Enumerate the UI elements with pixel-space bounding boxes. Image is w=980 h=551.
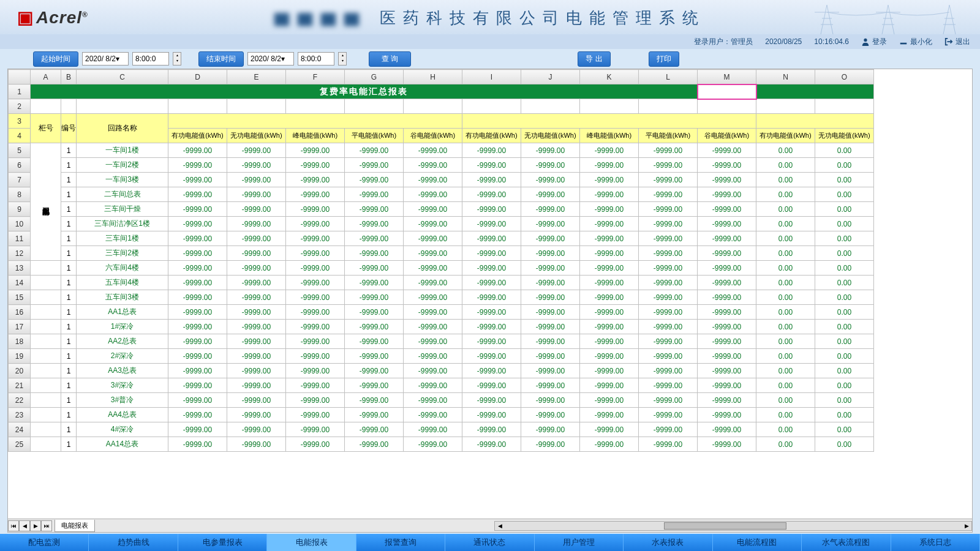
data-cell[interactable]: -9999.00 [639,364,698,378]
row-num[interactable]: 18 [9,334,31,349]
data-cell[interactable]: -9999.00 [580,437,639,452]
data-cell[interactable]: -9999.00 [698,422,756,437]
data-cell[interactable]: -9999.00 [580,246,639,261]
data-cell[interactable]: -9999.00 [698,173,756,187]
data-cell[interactable]: -9999.00 [345,364,404,378]
data-cell[interactable]: -9999.00 [639,217,698,231]
data-cell[interactable]: -9999.00 [227,276,286,290]
row-num[interactable]: 21 [9,378,31,393]
data-cell[interactable]: -9999.00 [639,143,698,158]
data-cell[interactable]: -9999.00 [698,290,756,305]
nav-8[interactable]: 电能流程图 [713,534,802,551]
data-cell[interactable]: -9999.00 [227,364,286,378]
data-cell[interactable]: 0.00 [815,349,874,364]
data-cell[interactable]: -9999.00 [404,422,462,437]
data-cell[interactable]: -9999.00 [698,187,756,202]
data-cell[interactable]: -9999.00 [521,202,580,217]
nav-6[interactable]: 用户管理 [535,534,624,551]
nav-9[interactable]: 水气表流程图 [802,534,891,551]
data-cell[interactable]: -9999.00 [227,334,286,349]
data-cell[interactable]: -9999.00 [286,202,345,217]
data-cell[interactable]: -9999.00 [227,173,286,187]
data-cell[interactable]: -9999.00 [345,437,404,452]
data-cell[interactable]: -9999.00 [462,378,521,393]
data-cell[interactable]: -9999.00 [521,173,580,187]
row-num[interactable]: 17 [9,320,31,334]
nav-1[interactable]: 趋势曲线 [89,534,178,551]
data-cell[interactable]: -9999.00 [404,246,462,261]
row-num[interactable]: 25 [9,437,31,452]
data-cell[interactable]: -9999.00 [639,276,698,290]
data-cell[interactable]: -9999.00 [698,305,756,320]
data-cell[interactable]: -9999.00 [345,408,404,422]
data-cell[interactable]: -9999.00 [521,143,580,158]
data-cell[interactable]: -9999.00 [639,408,698,422]
data-cell[interactable]: -9999.00 [168,378,227,393]
query-button[interactable]: 查 询 [369,51,411,67]
data-cell[interactable]: -9999.00 [639,158,698,173]
data-cell[interactable]: -9999.00 [345,305,404,320]
data-cell[interactable]: -9999.00 [168,143,227,158]
data-cell[interactable]: -9999.00 [462,202,521,217]
data-cell[interactable]: -9999.00 [286,364,345,378]
sheet-nav-first[interactable]: ⏮ [8,520,19,531]
data-cell[interactable]: -9999.00 [345,276,404,290]
data-cell[interactable]: 0.00 [756,231,815,246]
data-cell[interactable]: -9999.00 [580,408,639,422]
data-cell[interactable]: -9999.00 [580,158,639,173]
data-cell[interactable]: 0.00 [756,143,815,158]
data-cell[interactable]: 0.00 [756,246,815,261]
data-cell[interactable]: -9999.00 [462,349,521,364]
data-cell[interactable]: -9999.00 [227,305,286,320]
col-header-B[interactable]: B [61,70,77,84]
grid-scroll[interactable]: ABCDEFGHIJKLMNO1复费率电能汇总报表23柜号编号回路名称4有功电能… [8,69,972,519]
corner-cell[interactable] [9,70,31,84]
data-cell[interactable]: -9999.00 [580,334,639,349]
data-cell[interactable]: -9999.00 [462,334,521,349]
sheet-nav-next[interactable]: ▶ [30,520,41,531]
data-cell[interactable]: -9999.00 [404,276,462,290]
data-cell[interactable]: -9999.00 [521,334,580,349]
horizontal-scrollbar[interactable]: ◀▶ [494,521,972,531]
data-cell[interactable]: -9999.00 [521,276,580,290]
data-cell[interactable]: -9999.00 [286,422,345,437]
data-cell[interactable]: 0.00 [756,349,815,364]
data-cell[interactable]: -9999.00 [286,408,345,422]
data-cell[interactable]: 0.00 [815,305,874,320]
data-cell[interactable]: -9999.00 [227,231,286,246]
data-cell[interactable]: 0.00 [815,231,874,246]
data-cell[interactable]: 0.00 [756,408,815,422]
data-cell[interactable]: -9999.00 [286,305,345,320]
data-cell[interactable]: -9999.00 [345,231,404,246]
nav-7[interactable]: 水表报表 [624,534,712,551]
data-cell[interactable]: -9999.00 [286,173,345,187]
data-cell[interactable]: 0.00 [756,422,815,437]
data-cell[interactable]: -9999.00 [521,437,580,452]
data-cell[interactable]: 0.00 [756,187,815,202]
row-num[interactable]: 19 [9,349,31,364]
data-cell[interactable]: -9999.00 [639,261,698,276]
data-cell[interactable]: -9999.00 [227,408,286,422]
data-cell[interactable]: -9999.00 [345,158,404,173]
row-num[interactable]: 2 [9,99,31,114]
data-cell[interactable]: -9999.00 [345,173,404,187]
data-cell[interactable]: -9999.00 [168,231,227,246]
data-cell[interactable]: -9999.00 [698,320,756,334]
data-cell[interactable]: -9999.00 [580,202,639,217]
data-cell[interactable]: 0.00 [815,217,874,231]
row-num[interactable]: 22 [9,393,31,408]
col-header-I[interactable]: I [462,70,521,84]
data-cell[interactable]: -9999.00 [521,158,580,173]
data-cell[interactable]: -9999.00 [286,349,345,364]
row-num[interactable]: 11 [9,231,31,246]
data-cell[interactable]: -9999.00 [639,231,698,246]
data-cell[interactable]: -9999.00 [168,334,227,349]
selected-cell[interactable] [698,84,756,99]
start-time-input[interactable] [132,52,169,66]
data-cell[interactable]: -9999.00 [227,378,286,393]
data-cell[interactable]: -9999.00 [286,393,345,408]
data-cell[interactable]: -9999.00 [168,393,227,408]
data-cell[interactable]: 0.00 [815,261,874,276]
data-cell[interactable]: -9999.00 [227,246,286,261]
data-cell[interactable]: -9999.00 [580,173,639,187]
